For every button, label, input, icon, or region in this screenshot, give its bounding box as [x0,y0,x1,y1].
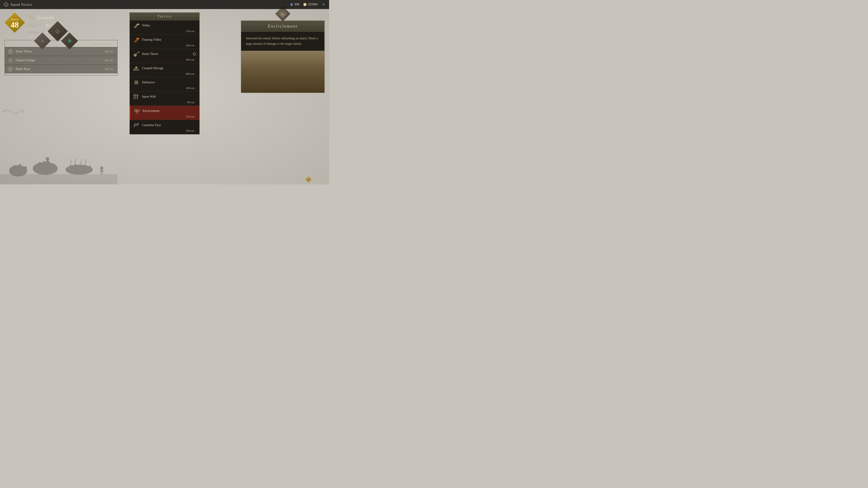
tactic-item-spear-wall[interactable]: Spear Wall 90 sec. [130,92,199,106]
svg-point-22 [100,166,103,170]
spear-wall-icon [133,93,140,100]
tactic-time-encirclement: 210 sec. [133,115,196,119]
svg-marker-54 [193,53,196,56]
svg-rect-1 [13,165,16,172]
tactic-time-ceaseless-fury: 180 sec. [133,129,196,133]
chariot-icon: △ [8,58,13,63]
svg-line-25 [102,170,104,172]
tactic-name-volley: Volley [142,24,196,27]
detail-content: Encirclement Surround the enemy before u… [241,21,324,93]
svg-rect-16 [85,165,86,170]
svg-point-39 [10,68,11,70]
svg-rect-13 [70,165,72,170]
tactic-time-defensive: 180 sec. [133,86,196,90]
svg-rect-5 [38,162,41,169]
svg-point-34 [9,51,11,53]
svg-line-20 [81,159,81,165]
svg-text:△: △ [10,59,11,62]
cooldown-time-2: 300 sec. [104,67,114,71]
volley-icon [133,22,140,29]
stone-throw-icon [8,49,13,54]
close-button[interactable]: ✕ [321,2,326,6]
svg-marker-69 [137,94,138,96]
svg-line-21 [85,159,86,165]
svg-rect-8 [53,164,55,169]
tactic-item-encirclement[interactable]: Encirclement 210 sec. [130,106,199,120]
cooldown-name-1: Chariot Charge [16,59,104,62]
svg-rect-23 [101,169,102,173]
tactic-name-spear-wall: Spear Wall [142,95,196,98]
tactic-name-flaming-volley: Flaming Volley [142,38,196,41]
unit-name-row: ⛨ Guards [29,14,54,21]
svg-marker-53 [138,51,140,53]
left-skill-icon: ⚔ [38,37,46,45]
flaming-volley-icon [133,36,140,43]
tactic-name-catapult: Catapult Barrage [142,66,196,70]
ceaseless-fury-icon [133,122,140,129]
encirclement-icon [133,107,141,114]
detail-description: Surround the enemy before unleashing an … [241,32,324,51]
tactic-item-stone-throw[interactable]: Stone Throw 240 sec. [130,49,199,63]
cooldown-time-0: 240 sec. [104,50,114,53]
hired-badge: Hired 48 [4,12,25,33]
tactic-item-defensive[interactable]: Defensive 180 sec. [130,77,199,92]
tactic-item-flaming-volley[interactable]: Flaming Volley 240 sec. [130,35,199,49]
detail-title: Encirclement [241,21,324,32]
svg-text:⛨: ⛨ [30,16,33,19]
svg-text:⚔: ⚔ [41,39,44,43]
cooldown-name-2: Battle Roar [16,67,104,71]
stone-throw-diamond [193,52,196,56]
watermark: THEGAMER [305,176,327,183]
tactic-item-catapult[interactable]: Catapult Barrage 600 sec. [130,63,199,77]
cooldown-time-1: 400 sec. [104,59,114,62]
cooldown-item-battle-roar[interactable]: Battle Roar 300 sec. [5,65,117,73]
svg-rect-2 [19,164,21,172]
battle-scene [241,51,324,93]
svg-rect-72 [136,111,138,113]
svg-rect-15 [80,165,82,170]
svg-line-18 [70,160,71,165]
tactic-time-catapult: 600 sec. [133,72,196,76]
svg-line-19 [75,158,76,164]
svg-point-51 [136,38,138,39]
detail-image [241,51,324,93]
tactic-item-volley[interactable]: Volley 150 sec. [130,20,199,35]
skill-diamonds: ♪ ⚔ 🐉 [34,21,84,57]
battle-silhouette [0,107,118,184]
svg-line-24 [99,170,101,172]
top-bar-right: 999 107609 ✕ [290,2,326,6]
tactics-panel: Tactics Volley 150 sec. [129,12,199,134]
svg-text:🐉: 🐉 [68,39,72,43]
tactic-item-ceaseless-fury[interactable]: Ceaseless Fury 180 sec. [130,120,199,134]
center-skill-icon: ♪ [53,26,63,36]
tactics-header: Tactics [130,13,199,20]
unit-type-icon: ⛨ [29,14,35,21]
svg-marker-47 [138,23,140,25]
right-skill-icon: 🐉 [66,37,74,45]
detail-panel: Encirclement Surround the enemy before u… [241,12,324,93]
diamond-left[interactable]: ⚔ [34,33,51,50]
unit-panel: Hired 48 ⛨ Guards Attack 261 Defense 265 [4,12,118,75]
tactic-name-defensive: Defensive [142,80,196,84]
watermark-diamond [305,176,311,183]
svg-rect-17 [89,166,91,171]
svg-point-12 [66,165,93,175]
svg-rect-57 [135,69,137,70]
tactic-time-stone-throw: 240 sec. [133,58,196,61]
gem-icon [290,3,293,6]
tactic-name-ceaseless-fury: Ceaseless Fury [142,123,196,127]
tactic-name-encirclement: Encirclement [143,109,196,113]
svg-rect-14 [74,164,76,170]
svg-rect-35 [10,50,11,51]
svg-marker-65 [133,94,135,96]
tactic-time-flaming-volley: 240 sec. [133,43,196,47]
svg-text:⚔: ⚔ [5,3,7,6]
tactic-time-volley: 150 sec. [133,29,196,33]
defensive-icon [133,79,140,86]
svg-point-11 [46,157,49,161]
encirclement-detail-icon [278,9,288,19]
svg-rect-28 [0,174,118,184]
squad-icon: ⚔ [4,2,8,7]
stone-throw-tactic-icon [133,51,140,57]
tactics-scroll[interactable]: Volley 150 sec. Flaming Volley 240 sec. [130,20,199,134]
